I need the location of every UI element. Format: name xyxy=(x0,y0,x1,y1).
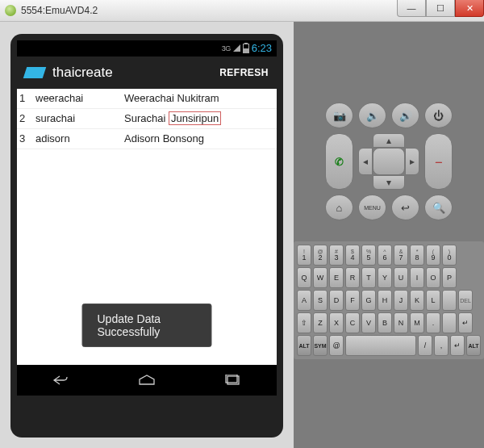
list-item[interactable]: 2 surachai Surachai Junsiripun xyxy=(17,109,277,129)
key-del[interactable]: DEL xyxy=(458,290,473,311)
action-bar: thaicreate REFRESH xyxy=(17,57,277,89)
search-button[interactable]: 🔍 xyxy=(424,195,453,220)
key-y[interactable]: Y xyxy=(378,267,392,288)
key-5[interactable]: %5 xyxy=(361,245,376,266)
key-alt[interactable]: ALT xyxy=(466,335,481,356)
key-0[interactable]: )0 xyxy=(442,245,457,266)
cell-username: adisorn xyxy=(35,132,124,144)
cell-id: 1 xyxy=(17,92,35,104)
key-7[interactable]: &7 xyxy=(394,245,408,266)
key-9[interactable]: (9 xyxy=(426,245,440,266)
menu-button[interactable]: MENU xyxy=(358,195,386,220)
cell-fullname: Weerachai Nukitram xyxy=(124,92,277,104)
key-1[interactable]: !1 xyxy=(297,245,311,266)
key-space[interactable] xyxy=(345,335,416,356)
key-h[interactable]: H xyxy=(378,290,392,311)
dpad-down-button[interactable]: ▾ xyxy=(373,175,405,190)
key-z[interactable]: Z xyxy=(313,312,328,333)
key-2[interactable]: @2 xyxy=(313,245,328,266)
key-4[interactable]: $4 xyxy=(345,245,360,266)
key-.[interactable]: . xyxy=(426,312,440,333)
key-x[interactable]: X xyxy=(329,312,344,333)
app-title: thaicreate xyxy=(52,65,113,81)
window-title: 5554:EmuAVD4.2 xyxy=(21,5,98,16)
home-button[interactable]: ⌂ xyxy=(325,195,353,220)
list-item[interactable]: 3 adisorn Adisorn Bonsong xyxy=(17,129,277,149)
window-maximize-button[interactable]: ☐ xyxy=(426,0,455,17)
dpad-left-button[interactable]: ◂ xyxy=(358,148,373,175)
signal-icon xyxy=(233,44,240,52)
window-close-button[interactable]: ✕ xyxy=(455,0,484,17)
cell-username: surachai xyxy=(35,112,124,124)
refresh-button[interactable]: REFRESH xyxy=(219,67,269,78)
key-g[interactable]: G xyxy=(361,290,376,311)
key-l[interactable]: L xyxy=(426,290,440,311)
key-f[interactable]: F xyxy=(345,290,360,311)
key-sym[interactable]: SYM xyxy=(313,335,328,356)
dpad-center-button[interactable] xyxy=(373,148,405,175)
key-alt[interactable]: ALT xyxy=(297,335,311,356)
key-a[interactable]: A xyxy=(297,290,311,311)
key-e[interactable]: E xyxy=(329,267,344,288)
key-m[interactable]: M xyxy=(410,312,424,333)
data-list: 1 weerachai Weerachai Nukitram 2 suracha… xyxy=(17,89,277,149)
key-i[interactable]: I xyxy=(410,267,424,288)
key-u[interactable]: U xyxy=(394,267,408,288)
end-call-button[interactable]: ⏤ xyxy=(424,133,453,190)
key-b[interactable]: B xyxy=(378,312,392,333)
camera-button[interactable]: 📷 xyxy=(325,103,353,128)
android-status-bar: 3G 6:23 xyxy=(17,40,277,57)
emulator-app-icon xyxy=(5,5,16,16)
volume-up-button[interactable]: 🔊 xyxy=(391,103,419,128)
hardware-keyboard: !1@2#3$4%5^6&7*8(9)0 QWERTYUIOP ASDFGHJK… xyxy=(294,241,484,359)
key-/[interactable]: / xyxy=(418,335,432,356)
back-button[interactable]: ↩ xyxy=(391,195,419,220)
key-p[interactable]: P xyxy=(442,267,457,288)
dpad: ▴ ▾ ◂ ▸ xyxy=(358,133,419,190)
key-↵[interactable]: ↵ xyxy=(458,312,473,333)
dpad-right-button[interactable]: ▸ xyxy=(405,148,419,175)
key-⇧[interactable]: ⇧ xyxy=(297,312,311,333)
key-6[interactable]: ^6 xyxy=(378,245,392,266)
key-t[interactable]: T xyxy=(361,267,376,288)
toast-message: Update Data Successfully xyxy=(82,304,212,347)
key-,[interactable]: , xyxy=(434,335,449,356)
key-v[interactable]: V xyxy=(361,312,376,333)
phone-shell: 3G 6:23 thaicreate REFRESH xyxy=(10,34,283,438)
battery-icon xyxy=(243,44,249,53)
key-q[interactable]: Q xyxy=(297,267,311,288)
emulator-window: 5554:EmuAVD4.2 — ☐ ✕ 3G 6:23 xyxy=(0,0,484,448)
nav-recent-button[interactable] xyxy=(223,373,244,387)
key-8[interactable]: *8 xyxy=(410,245,424,266)
highlighted-text: Junsiripun xyxy=(169,111,221,125)
clock: 6:23 xyxy=(252,42,272,54)
key-blank[interactable] xyxy=(442,290,457,311)
window-buttons: — ☐ ✕ xyxy=(397,0,484,17)
key-c[interactable]: C xyxy=(345,312,360,333)
key-j[interactable]: J xyxy=(394,290,408,311)
dpad-up-button[interactable]: ▴ xyxy=(373,133,405,148)
call-button[interactable]: ✆ xyxy=(325,133,353,190)
emulator-controls: 📷 🔉 🔊 ⏻ ✆ ▴ ▾ ◂ ▸ ⏤ ⌂ MENU ↩ 🔍 xyxy=(294,22,484,448)
cell-fullname: Surachai Junsiripun xyxy=(124,112,277,124)
key-blank[interactable] xyxy=(442,312,457,333)
key-d[interactable]: D xyxy=(329,290,344,311)
key-↵[interactable]: ↵ xyxy=(450,335,465,356)
volume-down-button[interactable]: 🔉 xyxy=(358,103,386,128)
nav-back-button[interactable] xyxy=(50,373,71,387)
key-3[interactable]: #3 xyxy=(329,245,344,266)
key-@[interactable]: @ xyxy=(329,335,344,356)
window-minimize-button[interactable]: — xyxy=(397,0,426,17)
nav-home-button[interactable] xyxy=(136,373,157,387)
list-item[interactable]: 1 weerachai Weerachai Nukitram xyxy=(17,89,277,109)
key-n[interactable]: N xyxy=(394,312,408,333)
window-titlebar: 5554:EmuAVD4.2 — ☐ ✕ xyxy=(0,0,484,22)
network-indicator: 3G xyxy=(222,44,231,52)
key-s[interactable]: S xyxy=(313,290,328,311)
key-k[interactable]: K xyxy=(410,290,424,311)
power-button[interactable]: ⏻ xyxy=(424,103,453,128)
key-r[interactable]: R xyxy=(345,267,360,288)
key-o[interactable]: O xyxy=(426,267,440,288)
emulator-body: 3G 6:23 thaicreate REFRESH xyxy=(0,22,484,448)
key-w[interactable]: W xyxy=(313,267,328,288)
